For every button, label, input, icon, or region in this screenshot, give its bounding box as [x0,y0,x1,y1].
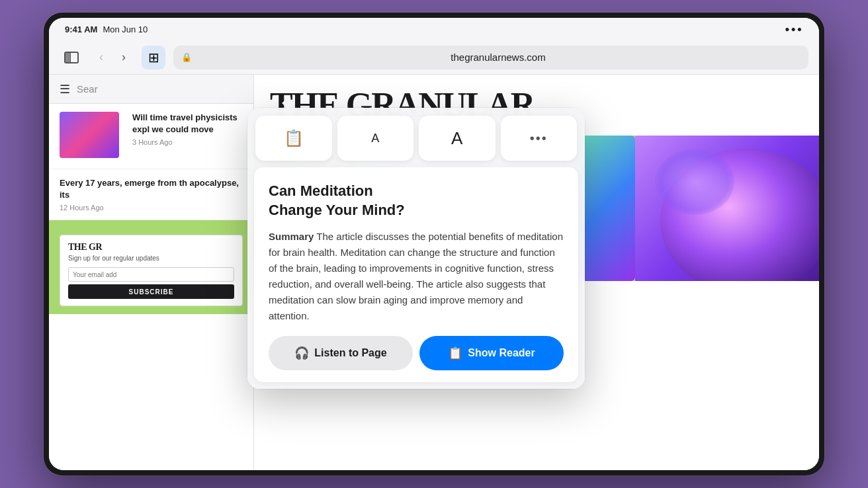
popup-arrow [282,101,295,108]
listen-to-page-button[interactable]: 🎧 Listen to Page [269,336,413,370]
newsletter-title: THE GR [68,242,234,253]
popup-action-buttons: 🎧 Listen to Page 📋 Show Reader [269,336,564,370]
lock-icon: 🔒 [181,52,192,62]
show-reader-label: Show Reader [468,347,535,359]
headphones-icon: 🎧 [294,346,309,360]
large-a-label: A [451,128,462,149]
reader-button-area: ⊞ [142,46,165,69]
subscribe-button[interactable]: SUBSCRIBE [68,284,234,299]
website-search-bar: ☰ Sear [49,75,253,104]
sidebar-toggle-button[interactable] [60,48,83,67]
newsletter-subtitle: Sign up for our regular updates [68,254,234,263]
show-reader-button[interactable]: 📋 Show Reader [419,336,564,370]
device-frame: 9:41 AM Mon Jun 10 ●●● ‹ › [44,13,824,475]
forward-icon: › [122,50,126,64]
popup-summary-card: Can MeditationChange Your Mind? Summary … [254,167,578,382]
reader-btn-icon: 📋 [448,346,462,360]
status-date: Mon Jun 10 [103,24,148,34]
newsletter-section: THE GR Sign up for our regular updates S… [49,220,253,314]
status-bar: 9:41 AM Mon Jun 10 ●●● [49,18,819,40]
status-time: 9:41 AM [65,24,97,34]
popup-article-title: Can MeditationChange Your Mind? [269,182,564,220]
address-bar[interactable]: 🔒 thegranularnews.com [173,46,808,69]
newsletter-box: THE GR Sign up for our regular updates S… [60,235,243,306]
status-indicator: ●●● [785,24,803,34]
left-article-1-time: 3 Hours Ago [132,138,243,146]
reader-view-button[interactable]: ⊞ [142,46,165,69]
website-left-panel: ☰ Sear Will time travel physicists expl … [49,75,254,470]
back-icon: ‹ [99,50,103,64]
forward-button[interactable]: › [114,48,134,67]
reader-view-icon-button[interactable]: 📋 [255,116,332,161]
sphere-image-area [635,136,819,281]
browser-toolbar: ‹ › ⊞ 🔒 thegranularnews.com [49,40,819,75]
status-right: ●●● [785,24,803,34]
left-article-2-title: Every 17 years, emerge from th apocalyps… [60,177,243,201]
left-article-1: Will time travel physicists expl we coul… [132,112,243,161]
subscribe-label: SUBSCRIBE [129,288,174,296]
page-content: ☰ Sear Will time travel physicists expl … [49,75,819,470]
left-article-1-title: Will time travel physicists expl we coul… [132,112,243,136]
sidebar-icon [64,52,79,63]
listen-btn-label: Listen to Page [314,347,386,359]
reader-icon: ⊞ [148,50,159,65]
left-article-2-row: Every 17 years, emerge from th apocalyps… [49,169,253,220]
left-article-2-time: 12 Hours Ago [60,204,243,212]
purple-thumbnail [60,112,119,158]
sphere-blob-secondary [655,149,734,215]
more-options-button[interactable]: ••• [501,116,578,161]
more-dots-icon: ••• [530,131,548,146]
summary-label: Summary [269,231,314,242]
reader-popup: 📋 A A ••• [247,108,585,389]
decrease-font-button[interactable]: A [337,116,414,161]
hamburger-icon: ☰ [60,82,70,97]
back-button[interactable]: ‹ [91,48,111,67]
search-text: Sear [77,83,98,95]
reader-doc-icon: 📋 [284,129,304,147]
popup-summary-text: Summary The article discusses the potent… [269,229,564,324]
status-left: 9:41 AM Mon Jun 10 [65,24,148,34]
address-text: thegranularnews.com [196,52,801,63]
left-article-image-row: Will time travel physicists expl we coul… [49,104,253,169]
summary-body: The article discusses the potential bene… [269,231,563,321]
newsletter-email-input[interactable] [68,267,234,282]
increase-font-button[interactable]: A [419,116,496,161]
popup-toolbar-row: 📋 A A ••• [247,108,585,161]
nav-buttons: ‹ › [91,48,134,67]
device-screen: 9:41 AM Mon Jun 10 ●●● ‹ › [49,18,819,470]
small-a-label: A [371,132,379,145]
popup-article-title-text: Can MeditationChange Your Mind? [269,183,405,218]
